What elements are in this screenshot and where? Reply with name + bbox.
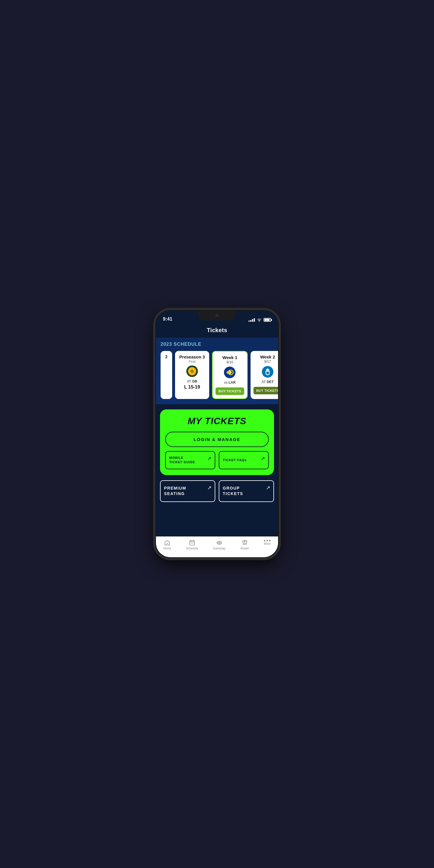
game-card-preseason3: Preseason 3 Final G AT GB <box>175 351 209 399</box>
tab-more[interactable]: More <box>264 539 271 546</box>
svg-rect-8 <box>191 543 191 544</box>
ticket-faqs-button[interactable]: TICKET FAQs ↗ <box>219 451 269 469</box>
tab-more-label: More <box>264 542 271 546</box>
my-tickets-title: MY TICKETS <box>165 416 269 427</box>
more-icon <box>264 540 271 541</box>
card-opponent-week2: AT DET <box>253 380 278 384</box>
card-opponent-preseason3: AT GB <box>178 379 206 383</box>
svg-rect-7 <box>190 541 195 546</box>
group-tickets-label: GROUPTICKETS <box>223 486 243 496</box>
mobile-guide-label: MOBILETICKET GUIDE <box>169 456 195 464</box>
status-icons <box>249 318 271 322</box>
ticket-faqs-arrow-icon: ↗ <box>261 455 265 462</box>
home-icon <box>164 539 170 546</box>
svg-text:G: G <box>191 369 194 374</box>
card-score-preseason3: L 15-19 <box>178 384 206 390</box>
mobile-guide-arrow-icon: ↗ <box>207 455 212 462</box>
signal-icon <box>249 318 255 322</box>
ticket-faqs-label: TICKET FAQs <box>223 458 247 462</box>
gameday-icon <box>216 539 222 546</box>
premium-seating-arrow-icon: ↗ <box>207 484 212 492</box>
camera <box>215 314 219 317</box>
team-logo-lar <box>223 366 236 379</box>
team-logo-gb: G <box>186 365 198 378</box>
partial-card-left: 2 <box>161 351 172 399</box>
svg-point-12 <box>244 541 245 542</box>
tab-gameday-label: Gameday <box>213 547 225 550</box>
battery-icon <box>264 318 271 322</box>
ticket-sub-buttons: MOBILETICKET GUIDE ↗ TICKET FAQs ↗ <box>165 451 269 469</box>
login-manage-button[interactable]: LOGIN & MANAGE <box>165 432 269 447</box>
card-opponent-week1: vs LAR <box>216 380 244 384</box>
notch <box>198 311 236 320</box>
card-week-week1: Week 1 <box>216 355 244 360</box>
my-tickets-section: MY TICKETS LOGIN & MANAGE MOBILETICKET G… <box>160 409 274 475</box>
clock: 9:41 <box>163 316 173 322</box>
tab-roster[interactable]: Roster <box>241 539 249 550</box>
svg-point-0 <box>259 321 259 322</box>
page-title: Tickets <box>162 327 272 334</box>
content-area[interactable]: Tickets 2023 SCHEDULE 2 Preseason 3 Fina… <box>156 323 278 536</box>
schedule-icon <box>189 539 195 546</box>
schedule-section: 2023 SCHEDULE 2 Preseason 3 Final <box>156 338 278 404</box>
game-card-week1: Week 1 9/10 vs LAR <box>212 351 248 399</box>
card-week-week2: Week 2 <box>253 354 278 360</box>
tab-schedule[interactable]: Schedule <box>186 539 198 550</box>
roster-icon <box>242 539 248 546</box>
page-header: Tickets <box>156 323 278 338</box>
tab-roster-label: Roster <box>241 547 249 550</box>
tab-home[interactable]: Home <box>163 539 171 550</box>
schedule-label: 2023 SCHEDULE <box>161 342 273 347</box>
phone-frame: 9:41 <box>155 310 279 558</box>
mobile-ticket-guide-button[interactable]: MOBILETICKET GUIDE ↗ <box>165 451 215 469</box>
bottom-buttons: PREMIUMSEATING ↗ GROUPTICKETS ↗ <box>156 480 278 508</box>
card-status-preseason3: Final <box>178 360 206 363</box>
schedule-cards: 2 Preseason 3 Final G <box>161 351 273 399</box>
svg-rect-9 <box>192 543 192 544</box>
team-logo-det <box>261 365 274 378</box>
bottom-spacer <box>156 508 278 511</box>
tab-bar: Home Schedule Gameday <box>156 536 278 557</box>
group-tickets-arrow-icon: ↗ <box>266 484 271 492</box>
phone-screen: 9:41 <box>156 311 278 557</box>
group-tickets-button[interactable]: GROUPTICKETS ↗ <box>219 480 274 502</box>
card-date-week1: 9/10 <box>216 360 244 364</box>
tab-home-label: Home <box>163 547 171 550</box>
card-date-week2: 9/17 <box>253 360 278 364</box>
card-week-preseason3: Preseason 3 <box>178 354 206 360</box>
tab-gameday[interactable]: Gameday <box>213 539 225 550</box>
buy-tickets-week2[interactable]: BUY TICKETS <box>253 387 278 394</box>
premium-seating-label: PREMIUMSEATING <box>164 486 186 496</box>
tab-schedule-label: Schedule <box>186 547 198 550</box>
svg-rect-10 <box>193 543 193 544</box>
wifi-icon <box>257 318 262 322</box>
buy-tickets-week1[interactable]: BUY TICKETS <box>216 388 244 395</box>
premium-seating-button[interactable]: PREMIUMSEATING ↗ <box>160 480 215 502</box>
game-card-week2: Week 2 9/17 AT DET <box>251 351 278 399</box>
